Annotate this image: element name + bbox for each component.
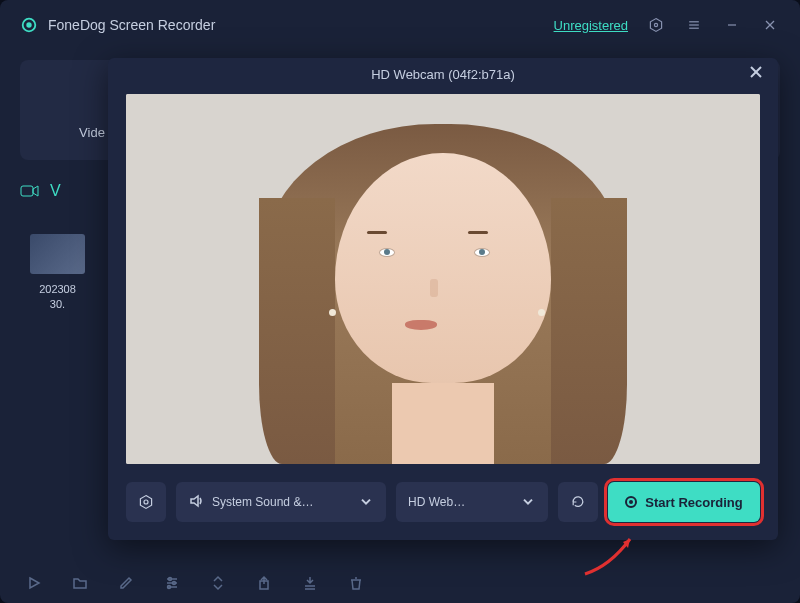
refresh-button[interactable] — [558, 482, 598, 522]
modal-title: HD Webcam (04f2:b71a) — [371, 67, 515, 82]
audio-dropdown-label: System Sound &… — [212, 495, 313, 509]
svg-point-28 — [144, 500, 148, 504]
close-icon[interactable] — [750, 66, 766, 82]
camera-icon — [20, 184, 40, 198]
menu-icon[interactable] — [684, 15, 704, 35]
thumbnail-label: 20230830. — [39, 282, 76, 313]
close-icon[interactable] — [760, 15, 780, 35]
start-recording-button[interactable]: Start Recording — [608, 482, 760, 522]
app-logo-icon — [20, 16, 38, 34]
mode-label: Vide — [79, 125, 105, 140]
chevron-down-icon — [358, 493, 374, 512]
svg-marker-27 — [140, 496, 151, 509]
svg-rect-10 — [21, 186, 33, 196]
library-tab-label[interactable]: V — [50, 182, 61, 200]
svg-marker-2 — [650, 19, 661, 32]
chevron-down-icon — [520, 493, 536, 512]
audio-source-dropdown[interactable]: System Sound &… — [176, 482, 386, 522]
settings-button[interactable] — [126, 482, 166, 522]
thumbnail-image — [30, 234, 85, 274]
webcam-modal: HD Webcam (04f2:b71a) — [108, 58, 778, 540]
play-icon[interactable] — [25, 574, 43, 592]
minimize-icon[interactable] — [722, 15, 742, 35]
modal-header: HD Webcam (04f2:b71a) — [108, 58, 778, 90]
record-icon — [625, 496, 637, 508]
webcam-preview — [126, 94, 760, 464]
modal-controls: System Sound &… HD Web… Start Recording — [108, 476, 778, 540]
settings-hex-icon[interactable] — [646, 15, 666, 35]
titlebar-right: Unregistered — [554, 15, 780, 35]
folder-icon[interactable] — [71, 574, 89, 592]
edit-icon[interactable] — [117, 574, 135, 592]
start-button-label: Start Recording — [645, 495, 743, 510]
svg-point-1 — [26, 22, 31, 27]
svg-point-3 — [654, 23, 657, 26]
titlebar-left: FoneDog Screen Recorder — [20, 16, 215, 34]
titlebar: FoneDog Screen Recorder Unregistered — [0, 0, 800, 50]
compress-icon[interactable] — [301, 574, 319, 592]
sliders-icon[interactable] — [163, 574, 181, 592]
speaker-icon — [188, 493, 204, 512]
share-icon[interactable] — [255, 574, 273, 592]
camera-source-dropdown[interactable]: HD Web… — [396, 482, 548, 522]
unregistered-link[interactable]: Unregistered — [554, 18, 628, 33]
camera-dropdown-label: HD Web… — [408, 495, 465, 509]
bottom-toolbar — [0, 563, 800, 603]
recording-thumbnail[interactable]: 20230830. — [30, 234, 85, 313]
trash-icon[interactable] — [347, 574, 365, 592]
convert-icon[interactable] — [209, 574, 227, 592]
app-title: FoneDog Screen Recorder — [48, 17, 215, 33]
